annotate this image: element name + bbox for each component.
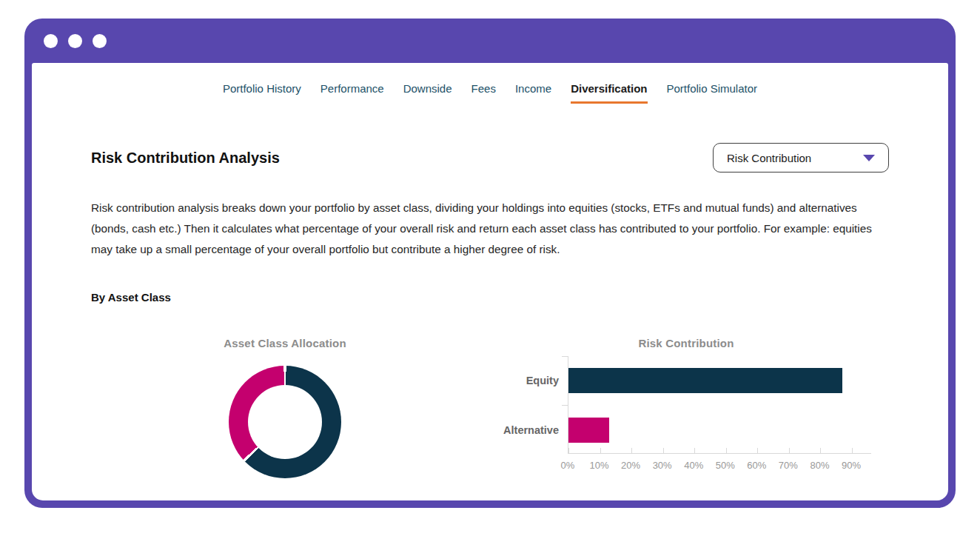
x-axis-tick-label: 0% <box>551 460 584 471</box>
section-header: Risk Contribution Analysis Risk Contribu… <box>91 143 889 173</box>
analysis-type-dropdown[interactable]: Risk Contribution <box>713 143 889 173</box>
window-control-dot-icon[interactable] <box>44 34 58 48</box>
x-axis-tick <box>631 448 632 453</box>
window-control-dot-icon[interactable] <box>93 34 107 48</box>
x-axis-tick-label: 60% <box>740 460 773 471</box>
bar-alternative <box>568 418 609 443</box>
x-axis-tick <box>568 448 569 453</box>
window-control-dot-icon[interactable] <box>68 34 82 48</box>
x-axis-tick-label: 90% <box>835 460 867 471</box>
x-axis-tick-label: 30% <box>646 460 679 471</box>
chevron-down-icon <box>863 155 875 161</box>
tab-performance[interactable]: Performance <box>320 82 384 104</box>
x-axis-tick <box>820 448 821 453</box>
y-axis-tick <box>562 356 568 357</box>
page-title: Risk Contribution Analysis <box>91 150 280 167</box>
bar-plot-area <box>568 356 871 454</box>
bar-chart-title: Risk Contribution <box>494 337 879 350</box>
tab-portfolio-simulator[interactable]: Portfolio Simulator <box>667 82 758 104</box>
window-titlebar <box>24 19 956 63</box>
tab-diversification[interactable]: Diversification <box>571 82 647 104</box>
category-label-alternative: Alternative <box>494 423 559 438</box>
x-axis-tick <box>757 448 758 453</box>
donut-chart-title: Asset Class Allocation <box>202 337 368 350</box>
y-axis-tick <box>562 405 568 406</box>
tab-bar: Portfolio HistoryPerformanceDownsideFees… <box>32 82 948 104</box>
x-axis-tick <box>852 448 853 453</box>
tab-portfolio-history[interactable]: Portfolio History <box>223 82 301 104</box>
x-axis-tick <box>663 448 664 453</box>
section-description: Risk contribution analysis breaks down y… <box>91 198 890 260</box>
asset-class-allocation-chart: Asset Class Allocation <box>202 337 368 478</box>
tab-income[interactable]: Income <box>515 82 551 104</box>
x-axis-tick-label: 50% <box>709 460 742 471</box>
bar-equity <box>568 368 842 393</box>
dropdown-selected-value: Risk Contribution <box>727 152 811 164</box>
x-axis-tick <box>789 448 790 453</box>
subsection-title: By Asset Class <box>91 291 171 304</box>
donut-ring <box>229 366 341 478</box>
x-axis-tick <box>726 448 727 453</box>
app-window: Portfolio HistoryPerformanceDownsideFees… <box>24 19 956 508</box>
x-axis-tick-label: 10% <box>583 460 616 471</box>
category-label-equity: Equity <box>494 373 559 388</box>
x-axis-tick-label: 20% <box>614 460 647 471</box>
x-axis-tick-label: 80% <box>803 460 836 471</box>
x-axis-tick <box>694 448 695 453</box>
content-area: Portfolio HistoryPerformanceDownsideFees… <box>32 63 948 500</box>
tab-fees[interactable]: Fees <box>471 82 496 104</box>
x-axis-tick-label: 70% <box>772 460 805 471</box>
x-axis-tick <box>600 448 601 453</box>
charts-row: Asset Class Allocation Risk Contribution… <box>32 333 948 500</box>
tab-downside[interactable]: Downside <box>403 82 452 104</box>
x-axis-tick-label: 40% <box>677 460 710 471</box>
risk-contribution-chart: Risk Contribution EquityAlternative0%10%… <box>494 337 879 350</box>
